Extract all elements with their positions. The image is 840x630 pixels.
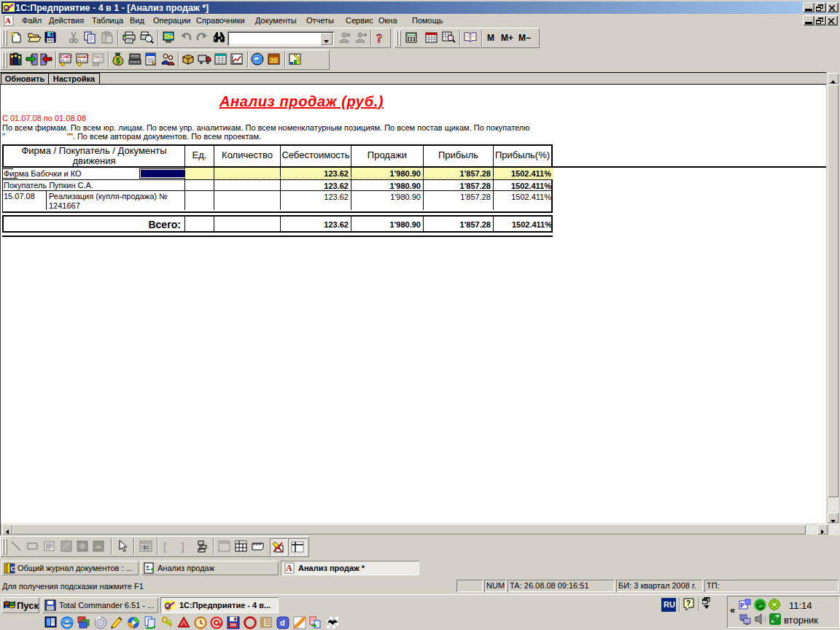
svg-text:ПКО: ПКО — [93, 55, 103, 59]
svg-text:A: A — [5, 16, 11, 25]
svg-text:а: а — [144, 545, 147, 550]
svg-text:АНКТ: АНКТ — [77, 55, 89, 59]
svg-text:Σ: Σ — [146, 564, 150, 572]
svg-text:?: ? — [376, 31, 383, 45]
svg-text:СЧЕТ: СЧЕТ — [61, 55, 72, 59]
svg-text:Р: Р — [740, 602, 744, 609]
svg-text:d: d — [280, 618, 285, 627]
svg-text:$: $ — [116, 57, 120, 65]
svg-text:?: ? — [686, 599, 691, 607]
svg-text:A: A — [286, 563, 292, 573]
svg-text:20: 20 — [271, 57, 278, 64]
svg-text:v7: v7 — [167, 607, 171, 611]
svg-text:C: C — [11, 565, 16, 572]
